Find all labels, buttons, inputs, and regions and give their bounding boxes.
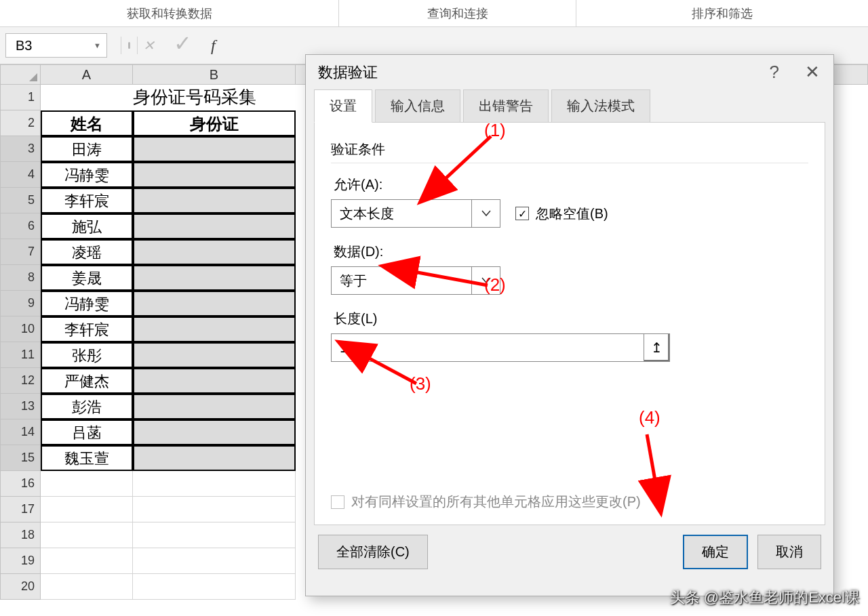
row-header[interactable]: 18 (0, 522, 41, 548)
dialog-title: 数据验证 (318, 62, 378, 83)
ribbon-group-data: 获取和转换数据 (0, 0, 339, 27)
chevron-down-icon[interactable] (471, 267, 500, 294)
row-header[interactable]: 5 (0, 188, 41, 213)
divider (137, 37, 138, 54)
header-name[interactable]: 姓名 (41, 110, 133, 136)
apply-all-label: 对有同样设置的所有其他单元格应用这些更改(P) (351, 493, 641, 511)
cell[interactable] (133, 445, 296, 471)
apply-all-checkbox[interactable] (331, 495, 344, 509)
help-icon[interactable]: ? (770, 62, 779, 83)
cell[interactable] (133, 188, 296, 213)
arrow-icon (640, 431, 681, 522)
row-header[interactable]: 12 (0, 368, 41, 394)
cell[interactable]: 彭浩 (41, 394, 133, 419)
allow-label: 允许(A): (334, 176, 808, 194)
allow-value: 文本长度 (332, 200, 471, 227)
svg-line-7 (647, 434, 660, 511)
cancel-button[interactable]: 取消 (757, 535, 821, 569)
column-header-B[interactable]: B (133, 64, 296, 85)
cell[interactable] (133, 239, 296, 265)
header-idcard[interactable]: 身份证 (133, 110, 296, 136)
data-combobox[interactable]: 等于 (331, 266, 500, 295)
row-header[interactable]: 6 (0, 213, 41, 239)
cell[interactable]: 李轩宸 (41, 188, 133, 213)
cell[interactable]: 张彤 (41, 342, 133, 368)
cell[interactable]: 田涛 (41, 136, 133, 162)
row-header[interactable]: 17 (0, 497, 41, 522)
ribbon-group-queries: 查询和连接 (339, 0, 576, 27)
tab-input-message[interactable]: 输入信息 (375, 89, 460, 123)
row-header[interactable]: 4 (0, 162, 41, 188)
cell[interactable]: 姜晟 (41, 265, 133, 291)
data-value: 等于 (332, 267, 471, 294)
cell[interactable] (133, 394, 296, 419)
row-header[interactable]: 20 (0, 574, 41, 600)
close-icon[interactable]: ✕ (805, 62, 820, 83)
name-box-value: B3 (6, 38, 32, 54)
cell[interactable]: 凌瑶 (41, 239, 133, 265)
ignore-blank-checkbox[interactable]: ✓ (515, 207, 529, 220)
row-header[interactable]: 8 (0, 265, 41, 291)
length-input[interactable]: ↥ (331, 333, 670, 362)
row-header[interactable]: 1 (0, 85, 41, 110)
cell[interactable] (133, 291, 296, 316)
column-header-A[interactable]: A (41, 64, 133, 85)
title-cell[interactable]: 身份证号码采集 (133, 85, 296, 110)
row-header[interactable]: 2 (0, 110, 41, 136)
watermark: 头条 @鉴水鱼老师的Excel课 (670, 588, 860, 608)
cell[interactable]: 冯静雯 (41, 162, 133, 188)
row-header[interactable]: 15 (0, 445, 41, 471)
allow-combobox[interactable]: 文本长度 (331, 199, 500, 228)
tab-settings[interactable]: 设置 (314, 89, 372, 123)
data-label: 数据(D): (334, 243, 808, 261)
annotation-4: (4) (639, 407, 660, 428)
tab-error-alert[interactable]: 出错警告 (463, 89, 549, 123)
cell[interactable]: 冯静雯 (41, 291, 133, 316)
name-box[interactable]: B3 ▼ (5, 33, 107, 58)
tab-ime-mode[interactable]: 输入法模式 (551, 89, 650, 123)
length-field[interactable] (332, 334, 644, 361)
cell[interactable]: 吕菡 (41, 419, 133, 445)
select-all-corner[interactable] (0, 64, 41, 85)
row-header[interactable]: 7 (0, 239, 41, 265)
range-select-icon[interactable]: ↥ (644, 334, 669, 361)
row-header[interactable]: 11 (0, 342, 41, 368)
ignore-blank-label: 忽略空值(B) (536, 205, 608, 223)
chevron-down-icon[interactable]: ▼ (84, 41, 101, 49)
row-header[interactable]: 16 (0, 471, 41, 497)
row-header[interactable]: 14 (0, 419, 41, 445)
row-header[interactable]: 3 (0, 136, 41, 162)
dialog-tabs: 设置 输入信息 出错警告 输入法模式 (306, 89, 833, 123)
drag-handle-icon[interactable] (128, 42, 130, 49)
length-label: 长度(L) (334, 310, 808, 328)
divider (121, 37, 121, 54)
cell[interactable] (133, 368, 296, 394)
row-header[interactable]: 10 (0, 316, 41, 342)
ribbon-group-sort: 排序和筛选 (576, 0, 868, 27)
check-icon[interactable]: ✓ (174, 30, 192, 56)
row-header[interactable]: 19 (0, 548, 41, 574)
ribbon-group-labels: 获取和转换数据 查询和连接 排序和筛选 (0, 0, 868, 27)
section-validation-criteria: 验证条件 (331, 140, 808, 163)
chevron-down-icon[interactable] (471, 200, 500, 227)
annotation-1: (1) (484, 120, 506, 141)
row-header[interactable]: 9 (0, 291, 41, 316)
cancel-icon[interactable]: ✕ (143, 37, 155, 54)
cell[interactable] (133, 419, 296, 445)
cell[interactable]: 严健杰 (41, 368, 133, 394)
cell[interactable] (133, 316, 296, 342)
data-validation-dialog: 数据验证 ? ✕ 设置 输入信息 出错警告 输入法模式 验证条件 允许(A): … (305, 54, 834, 596)
cell[interactable]: 施弘 (41, 213, 133, 239)
cell[interactable] (133, 342, 296, 368)
cell[interactable]: 李轩宸 (41, 316, 133, 342)
cell[interactable]: 魏玉萱 (41, 445, 133, 471)
cell[interactable] (133, 213, 296, 239)
cell[interactable] (133, 265, 296, 291)
row-header[interactable]: 13 (0, 394, 41, 419)
annotation-3: (3) (410, 373, 431, 394)
ok-button[interactable]: 确定 (683, 535, 748, 569)
cell[interactable] (133, 136, 296, 162)
cell[interactable] (133, 162, 296, 188)
fx-icon[interactable]: f (211, 37, 216, 55)
clear-all-button[interactable]: 全部清除(C) (318, 535, 428, 569)
